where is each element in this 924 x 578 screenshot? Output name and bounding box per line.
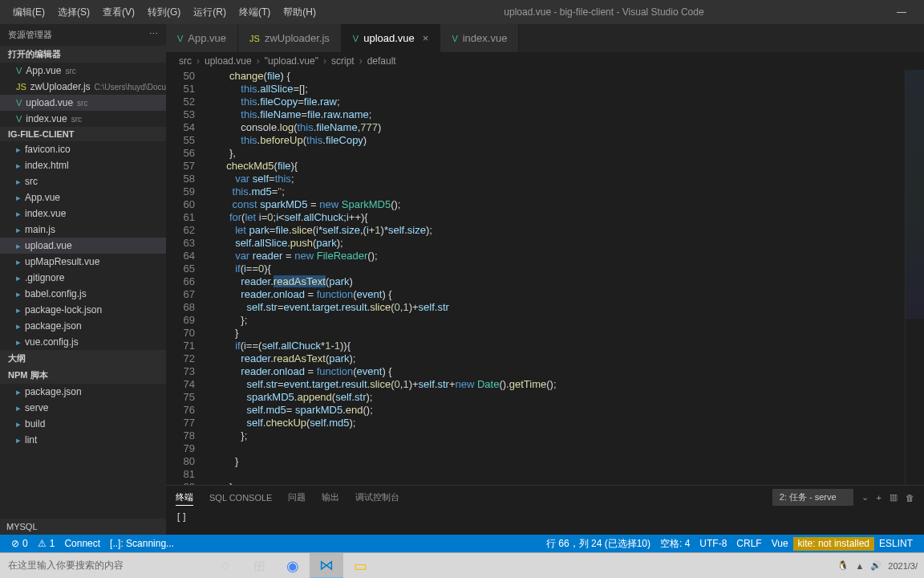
editor-tab[interactable]: JSzwUploader.js	[238, 24, 342, 52]
terminal-tab-output[interactable]: 输出	[322, 490, 339, 505]
cortana-icon[interactable]: ○	[209, 553, 242, 579]
explorer-icon[interactable]: ▭	[343, 553, 377, 579]
file-item[interactable]: ▸favicon.ico	[0, 141, 166, 157]
status-eslint[interactable]: ESLINT	[874, 537, 918, 551]
terminal-tab-debug[interactable]: 调试控制台	[355, 490, 399, 505]
code-content[interactable]: change(file) { this.allSlice=[]; this.fi…	[206, 70, 905, 485]
file-item[interactable]: ▸upload.vue	[0, 238, 166, 254]
file-item[interactable]: ▸package-lock.json	[0, 302, 166, 318]
menu-edit[interactable]: 编辑(E)	[6, 2, 51, 22]
sidebar: 资源管理器 ⋯ 打开的编辑器 VApp.vue srcJSzwUploader.…	[0, 24, 166, 535]
taskbar-search[interactable]: 在这里输入你要搜索的内容	[0, 554, 209, 577]
breadcrumb-item[interactable]: "upload.vue"	[265, 55, 318, 67]
menu-bar: 编辑(E) 选择(S) 查看(V) 转到(G) 运行(R) 终端(T) 帮助(H…	[6, 2, 322, 22]
status-cursor[interactable]: 行 66，列 24 (已选择10)	[541, 537, 655, 551]
open-editor-item[interactable]: Vindex.vue src	[0, 111, 166, 127]
terminal-dropdown-chevron-icon[interactable]: ⌄	[861, 492, 869, 503]
menu-selection[interactable]: 选择(S)	[51, 2, 96, 22]
explorer-label: 资源管理器	[8, 29, 52, 41]
status-spaces[interactable]: 空格: 4	[655, 537, 695, 551]
breadcrumb-item[interactable]: src	[179, 55, 192, 67]
status-language[interactable]: Vue	[767, 537, 793, 551]
file-icon: JS	[16, 82, 26, 92]
more-icon[interactable]: ⋯	[149, 29, 158, 41]
code-editor[interactable]: 5051525354555657585960616263646566676869…	[166, 70, 924, 485]
script-icon: ▸	[16, 387, 21, 397]
tab-file-icon: V	[452, 34, 457, 43]
system-tray[interactable]: 🐧 ▲ 🔊 2021/3/	[837, 560, 924, 571]
tray-icon[interactable]: ▲	[855, 561, 864, 571]
status-eol[interactable]: CRLF	[732, 537, 766, 551]
open-editors-header[interactable]: 打开的编辑器	[0, 46, 166, 63]
main-area: 资源管理器 ⋯ 打开的编辑器 VApp.vue srcJSzwUploader.…	[0, 24, 924, 535]
npm-script-item[interactable]: ▸package.json	[0, 384, 166, 400]
terminal-split-icon[interactable]: ▥	[890, 492, 898, 503]
breadcrumb[interactable]: src›upload.vue›"upload.vue"›script›defau…	[166, 52, 924, 70]
close-icon[interactable]: ×	[423, 32, 429, 44]
file-icon: ▸	[16, 177, 21, 187]
warning-icon: ⚠	[38, 538, 47, 549]
minimap[interactable]	[905, 70, 924, 485]
terminal-trash-icon[interactable]: 🗑	[906, 493, 914, 503]
npm-script-item[interactable]: ▸lint	[0, 432, 166, 448]
npm-script-item[interactable]: ▸build	[0, 416, 166, 432]
menu-terminal[interactable]: 终端(T)	[233, 2, 277, 22]
status-kite[interactable]: kite: not installed	[793, 537, 874, 551]
breadcrumb-item[interactable]: default	[367, 55, 396, 67]
terminal-panel: 终端 SQL CONSOLE 问题 输出 调试控制台 2: 任务 - serve…	[166, 485, 924, 535]
statusbar: ⊘0 ⚠1 Connect [..]: Scanning... 行 66，列 2…	[0, 535, 924, 552]
terminal-content[interactable]: []	[166, 509, 924, 527]
tray-icon[interactable]: 🔊	[870, 560, 881, 571]
titlebar: 编辑(E) 选择(S) 查看(V) 转到(G) 运行(R) 终端(T) 帮助(H…	[0, 0, 924, 24]
menu-view[interactable]: 查看(V)	[96, 2, 141, 22]
editor-area: VApp.vueJSzwUploader.jsVupload.vue×Vinde…	[166, 24, 924, 535]
menu-run[interactable]: 运行(R)	[187, 2, 233, 22]
status-encoding[interactable]: UTF-8	[695, 537, 732, 551]
terminal-dropdown[interactable]: 2: 任务 - serve	[772, 489, 853, 506]
file-item[interactable]: ▸main.js	[0, 222, 166, 238]
status-errors[interactable]: ⊘0	[6, 538, 33, 549]
breadcrumb-item[interactable]: upload.vue	[205, 55, 252, 67]
script-icon: ▸	[16, 435, 21, 446]
file-item[interactable]: ▸babel.config.js	[0, 286, 166, 302]
file-item[interactable]: ▸src	[0, 173, 166, 189]
open-editor-item[interactable]: JSzwUploader.js C:\Users\huyd\Docume...	[0, 79, 166, 95]
file-item[interactable]: ▸.gitignore	[0, 270, 166, 286]
project-header[interactable]: IG-FILE-CLIENT	[0, 127, 166, 141]
taskview-icon[interactable]: ⊞	[242, 553, 276, 579]
open-editor-item[interactable]: VApp.vue src	[0, 63, 166, 79]
terminal-tab-problems[interactable]: 问题	[288, 490, 306, 505]
terminal-tab-sql[interactable]: SQL CONSOLE	[209, 491, 272, 504]
status-warnings[interactable]: ⚠1	[33, 538, 60, 549]
chrome-icon[interactable]: ◉	[276, 553, 310, 579]
mysql-header[interactable]: MYSQL	[0, 519, 166, 535]
npm-header[interactable]: NPM 脚本	[0, 367, 166, 384]
status-connect[interactable]: Connect	[59, 538, 105, 549]
menu-go[interactable]: 转到(G)	[141, 2, 187, 22]
npm-script-item[interactable]: ▸serve	[0, 400, 166, 416]
tray-date[interactable]: 2021/3/	[888, 561, 918, 571]
editor-tabs: VApp.vueJSzwUploader.jsVupload.vue×Vinde…	[166, 24, 924, 52]
open-editor-item[interactable]: Vupload.vue src	[0, 95, 166, 111]
outline-header[interactable]: 大纲	[0, 350, 166, 367]
editor-tab[interactable]: Vupload.vue×	[342, 24, 441, 52]
menu-help[interactable]: 帮助(H)	[277, 2, 322, 22]
tray-icon[interactable]: 🐧	[837, 560, 849, 571]
vscode-icon[interactable]: ⋈	[310, 553, 343, 579]
file-item[interactable]: ▸index.vue	[0, 206, 166, 222]
terminal-new-icon[interactable]: +	[877, 493, 881, 503]
file-item[interactable]: ▸vue.config.js	[0, 334, 166, 350]
minimize-button[interactable]: —	[886, 6, 918, 18]
editor-tab[interactable]: Vindex.vue	[440, 24, 519, 52]
file-item[interactable]: ▸App.vue	[0, 189, 166, 206]
error-icon: ⊘	[11, 538, 19, 549]
breadcrumb-item[interactable]: script	[331, 55, 355, 67]
file-icon: ▸	[16, 337, 21, 348]
file-item[interactable]: ▸package.json	[0, 318, 166, 334]
status-scanning[interactable]: [..]: Scanning...	[105, 538, 179, 549]
file-item[interactable]: ▸upMapResult.vue	[0, 254, 166, 270]
file-item[interactable]: ▸index.html	[0, 157, 166, 173]
editor-tab[interactable]: VApp.vue	[166, 24, 238, 52]
window-controls: —	[886, 6, 918, 18]
terminal-tab-terminal[interactable]: 终端	[176, 490, 193, 506]
